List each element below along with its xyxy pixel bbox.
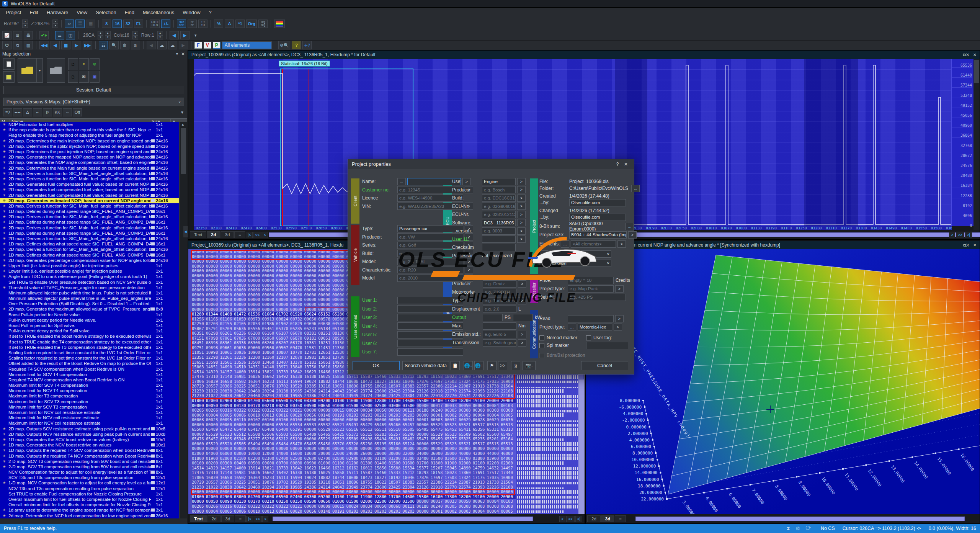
hex-cell[interactable]: 00004	[206, 413, 220, 418]
hex-cell[interactable]: 18622	[374, 480, 389, 485]
hex-cell[interactable]: 00000	[332, 268, 346, 273]
hex-cell[interactable]: 65465	[304, 441, 318, 446]
hex-cell[interactable]: 06870	[290, 336, 304, 341]
hex-cell[interactable]: 00000	[206, 283, 220, 288]
hex-cell[interactable]: 65529	[431, 432, 445, 437]
hex-cell[interactable]: 14329	[206, 370, 220, 374]
hex-cell[interactable]: 16826	[248, 470, 262, 475]
nav-button[interactable]: |<	[246, 516, 253, 522]
curve-window-titlebar[interactable]: Project_100369.ols (Original) as <All el…	[188, 51, 980, 59]
hex-row[interactable]: 1747617310171481698116826166621649216338…	[192, 470, 516, 475]
hex-cell[interactable]: 19218	[318, 384, 332, 389]
close-icon[interactable]: ✕	[973, 52, 977, 57]
hex-cell[interactable]: 65425	[332, 432, 346, 437]
hex-row[interactable]: 0000065529655206550565494654906548465478…	[192, 441, 516, 446]
hex-cell[interactable]: 18023	[444, 470, 459, 475]
hex-cell[interactable]: 12070	[290, 355, 304, 360]
hex-cell[interactable]: 11330	[332, 345, 346, 350]
hex-cell[interactable]: 00000	[234, 288, 248, 293]
field-input[interactable]: e.g. 03G906016GN	[482, 203, 516, 210]
menu-edit[interactable]: Edit	[25, 8, 42, 16]
hex-cell[interactable]: 05709	[220, 326, 234, 331]
hex-cell[interactable]: 40000	[459, 451, 473, 456]
hex-cell[interactable]: 01500	[389, 461, 403, 466]
hex-cell[interactable]: 03600	[444, 456, 459, 461]
map-row[interactable]: ✳1D map. Outputs the required T4 NCV com…	[0, 453, 179, 458]
hex-cell[interactable]: 65124	[402, 441, 416, 446]
field-lead-button[interactable]: ...	[397, 178, 406, 185]
hex-cell[interactable]: 15688	[389, 466, 403, 471]
hex-cell[interactable]: 65508	[248, 432, 262, 437]
field-arrow-button[interactable]: >	[517, 211, 526, 218]
hex-cell[interactable]: 00032	[444, 417, 459, 422]
hex-cell[interactable]: 00005	[501, 413, 515, 418]
field-input[interactable]: DC3_ 1136R05_1	[482, 219, 516, 226]
map-row[interactable]: ✳2D map. Generates percentage compensati…	[0, 258, 179, 263]
hex-cell[interactable]: 00000	[431, 446, 445, 451]
map-row[interactable]: ✳2D map. Outputs NCV resistance estimate…	[0, 432, 179, 437]
hex-cell[interactable]: 65459	[431, 437, 445, 441]
hex-cell[interactable]: 00000	[304, 288, 318, 293]
hex-cell[interactable]: 65356	[473, 427, 487, 432]
hex-cell[interactable]: 65212	[276, 437, 290, 441]
hex-cell[interactable]: 15711	[346, 470, 361, 475]
nav-button[interactable]: <	[262, 232, 268, 238]
hex-cell[interactable]: 00000	[220, 288, 234, 293]
map-row[interactable]: Minimum limit for SCV T3 compensation1x1	[0, 404, 179, 410]
hex-cell[interactable]: 16113	[276, 475, 290, 480]
hex-cell[interactable]: 24000	[346, 451, 361, 456]
hex-cell[interactable]: 06236	[234, 331, 248, 336]
hex-cell[interactable]: 00322	[262, 504, 276, 509]
hex-row[interactable]: 2072920557203862022520051198761970219529…	[192, 480, 516, 485]
noread-checkbox[interactable]	[539, 335, 544, 340]
hex-cell[interactable]: 00000	[234, 489, 248, 494]
usertag-checkbox[interactable]	[586, 335, 591, 340]
field-input[interactable]	[397, 348, 463, 356]
hex-cell[interactable]: 13642	[290, 466, 304, 471]
map-row[interactable]: Minimum limit for NCV coil resistance es…	[0, 415, 179, 420]
hex-cell[interactable]: 15212	[402, 374, 416, 379]
restore-icon[interactable]: ⧉✕	[963, 52, 969, 57]
hex-cell[interactable]: 02000	[360, 499, 374, 504]
hex-cell[interactable]: 00000	[248, 446, 262, 451]
hex-cell[interactable]: 65515	[487, 441, 501, 446]
hex-cell[interactable]: 06107	[276, 331, 290, 336]
hex-cell[interactable]: 65240	[402, 432, 416, 437]
tab-Text[interactable]: Text	[190, 231, 206, 238]
hex-cell[interactable]: 05370	[276, 326, 290, 331]
map-first-button[interactable]: ◀◀	[39, 41, 49, 49]
hex-cell[interactable]: 12651	[318, 350, 332, 355]
hex-cell[interactable]: 00000	[318, 302, 332, 307]
hex-cell[interactable]: 00000	[276, 273, 290, 278]
hex-cell[interactable]: 00000	[206, 273, 220, 278]
hex-cell[interactable]: 00050	[206, 499, 220, 504]
hex-cell[interactable]: 05461	[262, 326, 276, 331]
hex-cell[interactable]: 06907	[276, 336, 290, 341]
tab-≡[interactable]: ≡	[615, 515, 626, 522]
hex-cell[interactable]: 01664	[262, 312, 276, 317]
hex-cell[interactable]: 65529	[431, 422, 445, 427]
map-row[interactable]: Scaling factor required to set time cons…	[0, 350, 179, 355]
split-view-toggle[interactable]: ◫	[66, 31, 75, 39]
hex-cell[interactable]: 00050	[459, 403, 473, 408]
hex-cell[interactable]: 24214	[318, 389, 332, 394]
hex-cell[interactable]: 01500	[346, 499, 361, 504]
hex-cell[interactable]: 03500	[402, 403, 416, 408]
hex-cell[interactable]: 16338	[290, 470, 304, 475]
field-input[interactable]: e.g. 0281012113	[482, 211, 516, 218]
map-row[interactable]: Flag to enable the 5 map method of adjus…	[0, 132, 179, 138]
hex-cell[interactable]: 11900	[360, 398, 374, 403]
hex-cell[interactable]: 02700	[318, 456, 332, 461]
hex-cell[interactable]: 00008	[192, 417, 206, 422]
hex-cell[interactable]: 00000	[402, 446, 416, 451]
menu-miscellaneous[interactable]: Miscellaneous	[139, 8, 178, 16]
hex-cell[interactable]: 65510	[389, 427, 403, 432]
hex-cell[interactable]: 01000	[332, 403, 346, 408]
sum-more-button[interactable]: ...	[626, 223, 634, 230]
hex-cell[interactable]: 00000	[192, 293, 206, 298]
hex-cell[interactable]: 10860	[262, 350, 276, 355]
hex-cell[interactable]: 02000	[360, 403, 374, 408]
map-row[interactable]: ✳1D map. Defines during what speed range…	[0, 252, 179, 258]
hex-cell[interactable]: 00500	[248, 461, 262, 466]
hex-cell[interactable]: 08260	[262, 340, 276, 345]
